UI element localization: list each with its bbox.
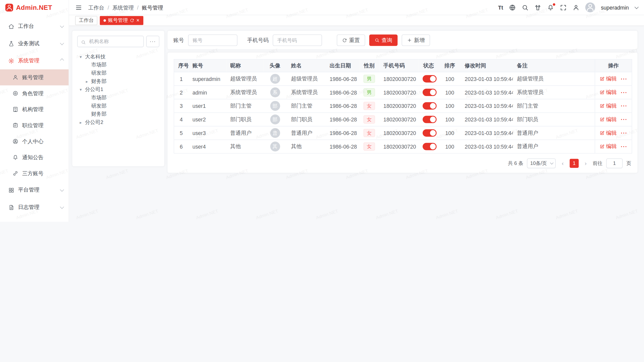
reset-button[interactable]: 重置 bbox=[337, 34, 365, 46]
fullscreen-icon[interactable] bbox=[560, 4, 567, 11]
account-input[interactable] bbox=[192, 37, 234, 43]
tab-account-mgmt[interactable]: 账号管理 × bbox=[100, 16, 143, 25]
tree-node-daming-tech[interactable]: ▾大名科技 bbox=[77, 53, 159, 61]
modified-time-cell: 2023-01-03 10:59:44 bbox=[461, 72, 513, 86]
gender-cell: 女 bbox=[359, 99, 379, 113]
notification-icon[interactable] bbox=[547, 4, 554, 11]
search-button[interactable]: 查询 bbox=[369, 34, 398, 46]
edit-label: 编辑 bbox=[606, 89, 617, 96]
edit-button[interactable]: 编辑 bbox=[599, 143, 617, 150]
phone-input[interactable] bbox=[276, 37, 318, 43]
edit-button[interactable]: 编辑 bbox=[599, 75, 617, 82]
more-actions-button[interactable]: ··· bbox=[621, 130, 627, 136]
profile-icon[interactable] bbox=[573, 4, 580, 11]
menu-collapse-icon[interactable] bbox=[75, 4, 82, 11]
next-page-button[interactable]: › bbox=[582, 160, 589, 166]
sidebar-item-platform-mgmt[interactable]: 平台管理 bbox=[0, 182, 69, 199]
table-row: 1superadmin超级管理员超超级管理员1986-06-28男1802003… bbox=[174, 72, 632, 86]
actions-cell: 编辑··· bbox=[595, 99, 632, 113]
sidebar-subitem-third-account[interactable]: 三方账号 bbox=[0, 165, 69, 182]
edit-button[interactable]: 编辑 bbox=[599, 102, 617, 110]
nickname-cell: 其他 bbox=[226, 140, 263, 153]
sidebar-item-system-mgmt[interactable]: 系统管理 bbox=[0, 52, 69, 69]
edit-button[interactable]: 编辑 bbox=[599, 116, 617, 123]
tree-caret-icon[interactable]: ▾ bbox=[80, 54, 85, 59]
edit-button[interactable]: 编辑 bbox=[599, 129, 617, 137]
breadcrumb-item[interactable]: 账号管理 bbox=[142, 4, 163, 10]
page-size-select[interactable]: 10条/页 bbox=[527, 158, 556, 168]
sidebar-subitem-org-mgmt[interactable]: 机构管理 bbox=[0, 101, 69, 117]
more-actions-button[interactable]: ··· bbox=[621, 76, 627, 82]
org-tree-panel: ··· ▾大名科技市场部研发部▸财务部▾分公司1市场部研发部财务部▸分公司2 bbox=[72, 31, 164, 166]
remark-cell: 系统管理员 bbox=[513, 85, 595, 99]
more-actions-button[interactable]: ··· bbox=[621, 103, 627, 109]
status-toggle[interactable] bbox=[422, 89, 436, 96]
column-header: 备注 bbox=[513, 59, 595, 72]
logo[interactable]: Admin.NET bbox=[0, 0, 69, 15]
username[interactable]: superadmin bbox=[601, 4, 629, 10]
sidebar-item-business-test[interactable]: 业务测试 bbox=[0, 35, 69, 52]
tree-node-label: 财务部 bbox=[91, 111, 106, 118]
org-more-button[interactable]: ··· bbox=[146, 36, 159, 47]
post-icon bbox=[12, 122, 18, 128]
status-cell bbox=[418, 85, 439, 99]
sidebar-subitem-label: 个人中心 bbox=[22, 138, 44, 145]
tree-caret-icon[interactable]: ▸ bbox=[80, 120, 85, 125]
sidebar-subitem-notice[interactable]: 通知公告 bbox=[0, 149, 69, 165]
search-icon bbox=[81, 39, 86, 44]
sidebar-item-dev-tools[interactable]: 开发工具 bbox=[0, 216, 69, 222]
add-button[interactable]: 新增 bbox=[402, 34, 430, 46]
breadcrumb-item[interactable]: 工作台 bbox=[88, 4, 104, 10]
current-page[interactable]: 1 bbox=[570, 159, 579, 168]
tree-node-rd-dept[interactable]: 研发部 bbox=[77, 69, 159, 77]
tree-node-market-dept[interactable]: 市场部 bbox=[77, 94, 159, 102]
gender-cell: 女 bbox=[359, 126, 379, 140]
sort-cell: 100 bbox=[439, 126, 461, 140]
tree-node-branch2[interactable]: ▸分公司2 bbox=[77, 118, 159, 126]
edit-icon bbox=[599, 76, 605, 81]
sidebar-item-workbench[interactable]: 工作台 bbox=[0, 18, 69, 35]
home-icon bbox=[8, 23, 14, 29]
status-toggle[interactable] bbox=[422, 102, 436, 110]
refresh-tab-icon[interactable] bbox=[130, 18, 134, 23]
prev-page-button[interactable]: ‹ bbox=[559, 160, 566, 166]
search-icon[interactable] bbox=[522, 4, 529, 11]
flask-icon bbox=[8, 40, 14, 47]
tree-caret-icon[interactable]: ▾ bbox=[80, 87, 85, 92]
user-avatar[interactable] bbox=[585, 3, 595, 12]
tab-workbench[interactable]: 工作台 bbox=[75, 16, 97, 25]
total-count: 共 6 条 bbox=[508, 160, 523, 167]
tree-node-label: 研发部 bbox=[91, 102, 106, 109]
chevron-down-icon[interactable] bbox=[634, 5, 638, 9]
tree-node-branch1[interactable]: ▾分公司1 bbox=[77, 85, 159, 94]
sidebar-subitem-account-mgmt[interactable]: 账号管理 bbox=[0, 69, 69, 85]
sidebar-subitem-post-mgmt[interactable]: 职位管理 bbox=[0, 117, 69, 133]
edit-icon bbox=[599, 103, 605, 108]
sidebar-subitem-role-mgmt[interactable]: 角色管理 bbox=[0, 85, 69, 102]
status-toggle[interactable] bbox=[422, 116, 436, 123]
edit-icon bbox=[599, 90, 605, 95]
status-toggle[interactable] bbox=[422, 129, 436, 137]
org-search-input[interactable] bbox=[88, 38, 140, 45]
more-actions-button[interactable]: ··· bbox=[621, 144, 627, 150]
status-toggle[interactable] bbox=[422, 143, 436, 150]
breadcrumb-item[interactable]: 系统管理 bbox=[112, 4, 134, 10]
more-actions-button[interactable]: ··· bbox=[621, 116, 627, 122]
edit-button[interactable]: 编辑 bbox=[599, 89, 617, 96]
remark-cell: 部门主管 bbox=[513, 99, 595, 113]
close-tab-icon[interactable]: × bbox=[136, 18, 139, 23]
tree-node-rd-dept[interactable]: 研发部 bbox=[77, 102, 159, 110]
tree-node-finance-dept[interactable]: ▸财务部 bbox=[77, 77, 159, 85]
font-size-icon[interactable]: Tt bbox=[498, 4, 503, 11]
status-toggle[interactable] bbox=[422, 75, 436, 82]
tree-node-market-dept[interactable]: 市场部 bbox=[77, 61, 159, 69]
tree-caret-icon[interactable]: ▸ bbox=[86, 79, 91, 83]
language-icon[interactable] bbox=[509, 4, 516, 11]
goto-page-input[interactable] bbox=[606, 158, 623, 168]
sidebar-item-log-mgmt[interactable]: 日志管理 bbox=[0, 199, 69, 216]
theme-icon[interactable] bbox=[534, 4, 541, 11]
more-actions-button[interactable]: ··· bbox=[621, 89, 627, 95]
sidebar-subitem-user-center[interactable]: 个人中心 bbox=[0, 133, 69, 150]
birthday-cell: 1986-06-28 bbox=[326, 140, 359, 153]
tree-node-finance-dept[interactable]: 财务部 bbox=[77, 110, 159, 118]
